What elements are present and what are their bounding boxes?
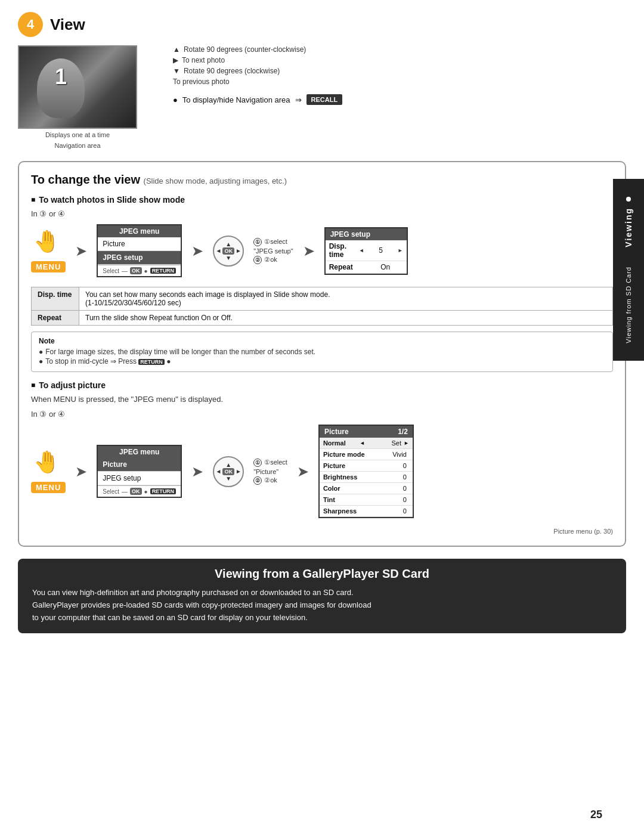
select-labels-1: ① ①select "JPEG setup" ② ②ok [253, 238, 293, 264]
navigation-hint: ● To display/hide Navigation area ⇒ RECA… [173, 94, 342, 105]
repeat-value: On [368, 263, 403, 271]
picture-label: Picture [323, 462, 365, 469]
jpeg-menu-footer-2: Select — OK ● RETURN [98, 485, 181, 497]
menu-label-2: MENU [31, 482, 66, 493]
brightness-label: Brightness [323, 473, 365, 481]
ok-circle-area-1: ▲ ◄ OK ► ▼ [213, 236, 244, 267]
note-item-2: ● To stop in mid-cycle ⇒ Press RETURN ● [39, 357, 605, 366]
recall-button: RECALL [306, 94, 343, 105]
select-step2-1: ② ②ok [253, 256, 293, 264]
nav-hint-text: To display/hide Navigation area [182, 95, 290, 104]
right-arrow-1: ► [236, 247, 242, 254]
select-step1-1: ① ①select [253, 238, 293, 246]
circle-2: ② [253, 256, 262, 264]
picture-menu-caption: Picture menu (p. 30) [31, 528, 613, 535]
down-arrow-1: ▼ [225, 255, 231, 261]
jpeg-menu-header-2: JPEG menu [98, 446, 181, 458]
rotate-cw-instruction: Rotate 90 degrees (clockwise) [173, 67, 342, 75]
picture-row-sharpness: Sharpness 0 [320, 506, 413, 517]
jpeg-menu-panel-1: JPEG menu Picture JPEG setup Select — OK… [97, 224, 182, 277]
select-detail-2: "Picture" [253, 468, 287, 475]
slide-show-in-step: In ③ or ④ [31, 209, 613, 218]
ok-arrows-1: ▲ ◄ OK ► ▼ [215, 241, 241, 261]
repeat-desc-cell: Turn the slide show Repeat function On o… [79, 311, 613, 326]
return-inline: RETURN [138, 359, 165, 365]
flow-arrow-3: ➤ [303, 243, 315, 259]
disp-time-left: ◄ [359, 247, 364, 253]
tint-value: 0 [365, 496, 409, 503]
down-arrow-2: ▼ [225, 475, 231, 482]
return-label-2: RETURN [150, 488, 177, 494]
nav-area-label: Navigation area [54, 142, 100, 149]
ok-circle-area-2: ▲ ◄ OK ► ▼ [213, 456, 244, 487]
select-step2-2: ② ②ok [253, 476, 287, 485]
next-photo-instruction: To next photo [173, 56, 342, 64]
circle-3: ① [253, 459, 262, 467]
nav-hint-icon: ● [173, 95, 178, 104]
adjust-when-desc: When MENU is pressed, the "JPEG menu" is… [31, 395, 613, 404]
slideshow-heading: To watch photos in Slide show mode [31, 195, 613, 205]
ok-row-2: ◄ OK ► [215, 468, 241, 475]
return-label-1: RETURN [150, 268, 177, 274]
select-detail-1: "JPEG setup" [253, 247, 293, 255]
repeat-label-cell: Repeat [32, 311, 79, 326]
mode-value: Vivid [365, 451, 409, 458]
normal-arrows: ◄ [360, 440, 365, 446]
description-table: Disp. time You can set how many seconds … [31, 287, 613, 326]
picture-row-picture: Picture 0 [320, 460, 413, 472]
picture-header: Picture 1/2 [320, 426, 413, 438]
change-view-title: To change the view (Slide show mode, adj… [31, 173, 613, 187]
view-top-section: Displays one at a time Navigation area R… [18, 45, 626, 149]
note-item-1: ● For large image sizes, the display tim… [39, 348, 605, 356]
hand-icon-2: 🤚 [33, 450, 63, 479]
tint-label: Tint [323, 496, 365, 503]
disp-time-label-cell: Disp. time [32, 287, 79, 311]
jpeg-menu-item-setup-1: JPEG setup [98, 251, 181, 265]
select-labels-2: ① ①select "Picture" ② ②ok [253, 459, 287, 485]
left-arrow-2: ◄ [215, 468, 221, 475]
ok-button-1: ▲ ◄ OK ► ▼ [213, 236, 244, 267]
step-title: View [50, 16, 85, 34]
menu-graphic-2: 🤚 MENU [31, 450, 66, 493]
circle-1: ① [253, 238, 262, 246]
ok-label-1: OK [130, 267, 142, 274]
jpeg-menu-footer-1: Select — OK ● RETURN [98, 265, 181, 276]
disp-time-desc-cell: You can set how many seconds each image … [79, 287, 613, 311]
bullet-1: ● [39, 348, 43, 356]
flow-arrow-5: ➤ [191, 463, 203, 480]
menu-graphic-1: 🤚 MENU [31, 229, 66, 272]
note-box: Note ● For large image sizes, the displa… [31, 332, 613, 372]
repeat-label: Repeat [329, 263, 364, 271]
jpeg-menu-item-setup-2: JPEG setup [98, 472, 181, 485]
main-content-box: To change the view (Slide show mode, adj… [18, 161, 626, 547]
step-number: 4 [18, 12, 43, 37]
right-arrow-2: ► [236, 468, 242, 475]
picture-row-brightness: Brightness 0 [320, 472, 413, 483]
picture-row-mode: Picture mode Vivid [320, 449, 413, 460]
arrow-down-icon [173, 67, 180, 75]
menu-label-1: MENU [31, 261, 66, 272]
flow-arrow-2: ➤ [191, 243, 203, 259]
ok-button-2: ▲ ◄ OK ► ▼ [213, 456, 244, 487]
prev-photo-text: To previous photo [173, 78, 230, 86]
circle-4: ② [253, 476, 262, 485]
flow-arrow-4: ➤ [75, 463, 87, 480]
picture-row-normal: Normal ◄ Set ► [320, 438, 413, 449]
football-photo [18, 45, 137, 129]
jpeg-menu-panel-2: JPEG menu Picture JPEG setup Select — OK… [97, 445, 182, 498]
displays-one-label: Displays one at a time [45, 131, 110, 138]
jpeg-setup-panel: JPEG setup Disp. time ◄ 5 ► Repeat On [324, 227, 408, 275]
next-photo-text: To next photo [182, 56, 225, 64]
rotate-ccw-instruction: Rotate 90 degrees (counter-clockwise) [173, 45, 342, 54]
hand-icon-1: 🤚 [33, 229, 63, 259]
left-arrow-1: ◄ [215, 247, 221, 254]
ok-text-1: OK [222, 247, 234, 255]
picture-panel: Picture 1/2 Normal ◄ Set ► Picture mode … [318, 425, 414, 518]
sharpness-label: Sharpness [323, 507, 365, 515]
color-label: Color [323, 485, 365, 492]
ok-text-2: OK [222, 468, 234, 475]
up-arrow-2: ▲ [225, 462, 231, 468]
adjust-picture-flow: 🤚 MENU ➤ JPEG menu Picture JPEG setup Se… [31, 425, 613, 518]
ok-arrows-2: ▲ ◄ OK ► ▼ [215, 462, 241, 482]
repeat-desc-row: Repeat Turn the slide show Repeat functi… [32, 311, 613, 326]
